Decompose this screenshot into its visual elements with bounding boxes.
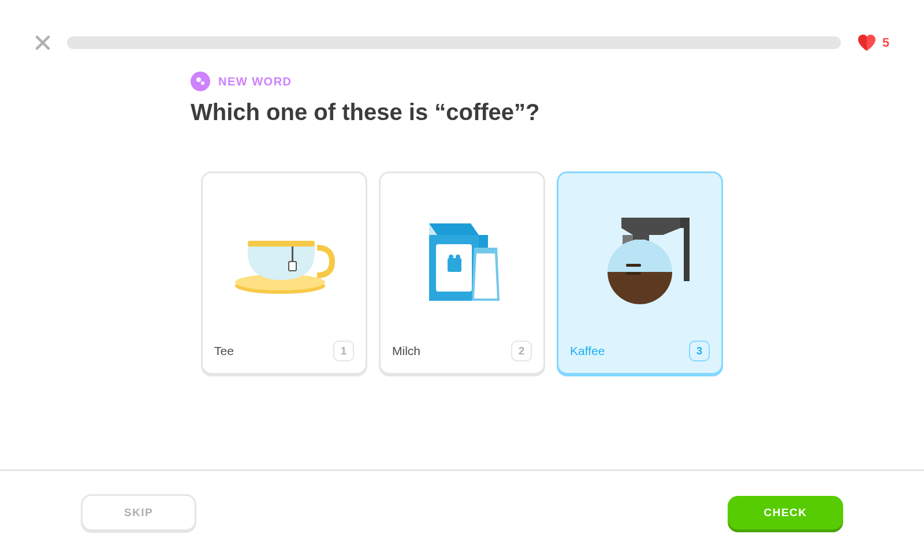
svg-rect-16 [626,272,641,275]
prompt-text: Which one of these is “coffee”? [191,99,733,125]
svg-point-1 [201,81,204,85]
coffee-icon [570,182,710,334]
footer: SKIP CHECK [0,469,924,560]
exercise-content: NEW WORD Which one of these is “coffee”?… [179,72,745,375]
tea-icon [214,182,354,334]
heart-count: 5 [882,35,889,50]
close-icon[interactable] [35,31,51,54]
svg-rect-9 [448,258,461,272]
svg-point-10 [449,255,453,259]
card-number: 3 [689,341,710,361]
svg-point-0 [196,77,201,82]
progress-bar [67,36,841,49]
svg-rect-6 [289,262,296,271]
check-button[interactable]: CHECK [728,496,843,529]
svg-rect-5 [292,247,293,262]
answer-card-tea[interactable]: Tee 1 [201,171,367,375]
card-number: 1 [333,341,354,361]
svg-rect-17 [634,240,646,245]
card-label: Kaffee [570,344,605,358]
card-number: 2 [511,341,532,361]
skip-button[interactable]: SKIP [81,494,196,531]
card-label: Milch [392,344,420,358]
svg-rect-4 [248,241,315,247]
new-word-badge-label: NEW WORD [218,75,292,88]
answer-cards: Tee 1 Milch [191,171,733,375]
answer-card-milk[interactable]: Milch 2 [379,171,545,375]
svg-point-11 [456,255,460,259]
answer-card-coffee[interactable]: Kaffee 3 [557,171,723,375]
milk-icon [392,182,532,334]
card-label: Tee [214,344,234,358]
new-word-badge-icon [191,72,210,91]
hearts-counter: 5 [857,34,889,51]
svg-rect-15 [626,264,641,267]
heart-icon [857,34,877,51]
